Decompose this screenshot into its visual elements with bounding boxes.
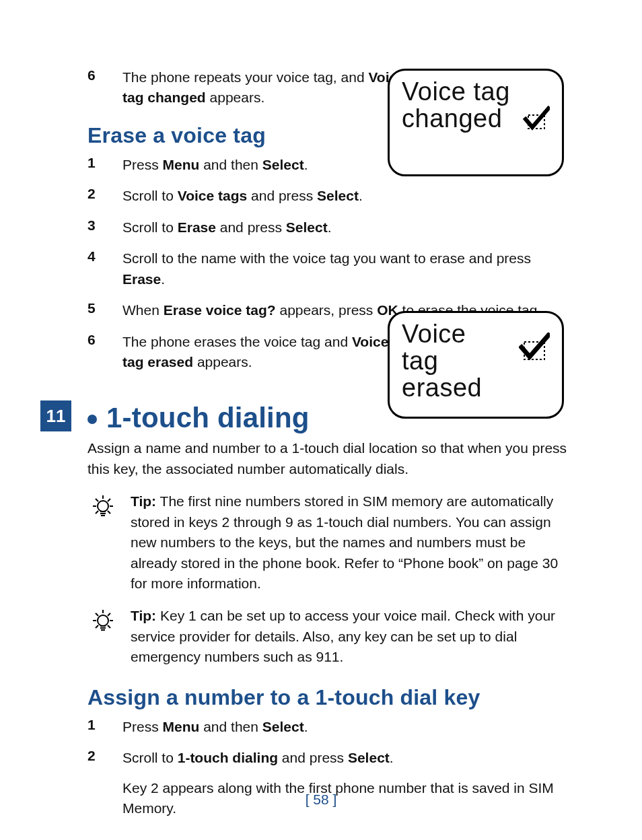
- step-text: Scroll to the name with the voice tag yo…: [122, 248, 568, 289]
- step-text: The phone repeats your voice tag, and Vo…: [122, 67, 405, 108]
- bullet-icon: [87, 415, 97, 424]
- step-text: Scroll to Erase and press Select.: [122, 217, 568, 238]
- step-number: 1: [87, 717, 104, 737]
- popup-voice-tag-erased: Voice tag erased: [388, 311, 564, 419]
- popup-line: changed: [402, 106, 502, 133]
- step-number: 4: [87, 248, 104, 289]
- step-text: The phone erases the voice tag and Voice…: [122, 332, 398, 373]
- tip-block: Tip: The first nine numbers stored in SI…: [87, 491, 568, 594]
- step-item: 2 Scroll to Voice tags and press Select.: [87, 186, 568, 206]
- checkmark-icon: [523, 106, 550, 133]
- topic-intro: Assign a name and number to a 1-touch di…: [87, 438, 568, 479]
- step-number: 2: [87, 748, 104, 818]
- step-text: Scroll to Voice tags and press Select.: [122, 186, 405, 206]
- manual-page: 11 Voice tag changed Voice tag: [0, 0, 642, 840]
- step-item: 3 Scroll to Erase and press Select.: [87, 217, 568, 238]
- step-number: 2: [87, 186, 104, 206]
- step-text: Press Menu and then Select.: [122, 155, 405, 175]
- lightbulb-icon: [87, 491, 118, 594]
- topic-title-text: 1-touch dialing: [106, 402, 310, 434]
- svg-point-2: [98, 501, 108, 512]
- checkmark-icon: [519, 332, 550, 363]
- tip-text: Tip: The first nine numbers stored in SI…: [131, 491, 568, 594]
- step-item: 2 Scroll to 1-touch dialing and press Se…: [87, 748, 568, 818]
- popup-line: tag: [402, 348, 466, 375]
- step-number: 5: [87, 300, 104, 320]
- popup-line: Voice: [402, 321, 466, 348]
- svg-point-3: [98, 615, 108, 626]
- step-item: 4 Scroll to the name with the voice tag …: [87, 248, 568, 289]
- chapter-tab: 11: [40, 400, 71, 431]
- popup-line: Voice tag: [402, 79, 550, 106]
- tip-block: Tip: Key 1 can be set up to access your …: [87, 606, 568, 667]
- section-heading-assign-1touch: Assign a number to a 1-touch dial key: [87, 685, 568, 710]
- lightbulb-icon: [87, 606, 118, 667]
- tip-text: Tip: Key 1 can be set up to access your …: [131, 606, 568, 667]
- step-number: 6: [87, 67, 104, 108]
- step-number: 6: [87, 332, 104, 373]
- step-number: 3: [87, 217, 104, 238]
- page-number: [ 58 ]: [0, 792, 642, 808]
- step-text: Press Menu and then Select.: [122, 717, 568, 737]
- chapter-number: 11: [46, 406, 66, 427]
- popup-voice-tag-changed: Voice tag changed: [388, 69, 564, 176]
- step-number: 1: [87, 155, 104, 175]
- step-text: Scroll to 1-touch dialing and press Sele…: [122, 748, 568, 818]
- step-item: 1 Press Menu and then Select.: [87, 717, 568, 737]
- popup-line: erased: [402, 375, 550, 402]
